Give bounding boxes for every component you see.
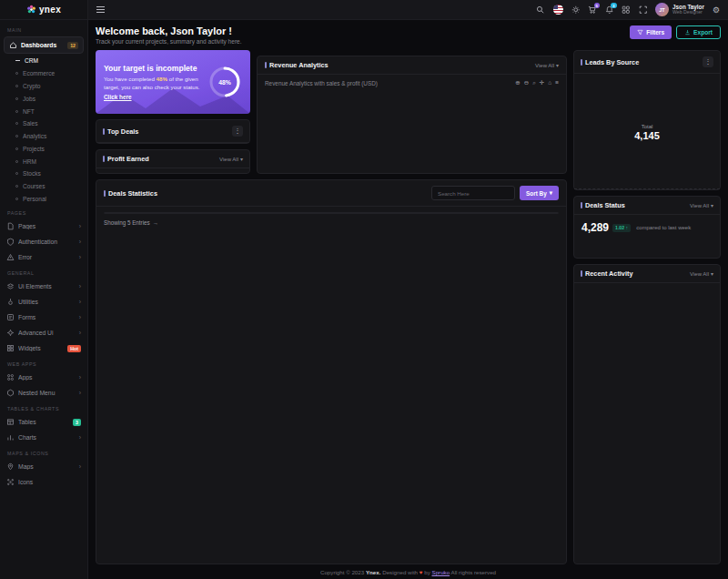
topbar: 5 3 JT Json TaylorWeb Designer ⚙ — [88, 0, 728, 20]
user-avatar: JT — [655, 3, 669, 16]
chart-icon — [6, 433, 15, 442]
zoom-out-icon[interactable]: ⊖ — [524, 79, 529, 86]
sidebar-item-error[interactable]: Error› — [0, 249, 87, 265]
revenue-subtitle: Revenue Analytics with sales & profit (U… — [265, 80, 378, 86]
deals-statistics-card: Deals Statistics Sort By▾ Showing 5 Entr… — [96, 179, 567, 564]
bullet-icon — [15, 122, 18, 125]
revenue-view-all-dropdown[interactable]: View All▾ — [535, 62, 559, 68]
deals-status-value: 4,289 — [581, 221, 609, 234]
sidebar-item-widgets[interactable]: WidgetsHot — [0, 340, 87, 356]
sidebar-item-nft[interactable]: NFT — [0, 105, 87, 117]
copyright: Copyright © 2023 Ynex. Designed with ♥ b… — [96, 564, 721, 579]
search-icon[interactable] — [536, 5, 545, 15]
fullscreen-icon[interactable] — [639, 5, 648, 15]
sidebar-item-maps[interactable]: Maps› — [0, 459, 87, 474]
notifications-badge: 3 — [611, 3, 617, 9]
filter-icon — [637, 29, 643, 36]
apps-grid-icon[interactable] — [622, 5, 631, 15]
selection-zoom-icon[interactable]: ⌕ — [532, 79, 536, 86]
accent-bar — [104, 190, 106, 197]
user-menu[interactable]: JT Json TaylorWeb Designer — [655, 3, 704, 16]
sidebar-section-label: TABLES & CHARTS — [0, 401, 87, 414]
sidebar-item-apps[interactable]: Apps› — [0, 370, 87, 385]
sidebar-item-crypto[interactable]: Crypto — [0, 80, 87, 93]
sidebar-item-courses[interactable]: Courses — [0, 180, 87, 193]
export-button[interactable]: Export — [676, 25, 721, 39]
sidebar-item-stocks[interactable]: Stocks — [0, 168, 87, 180]
revenue-analytics-title: Revenue Analytics — [269, 61, 329, 69]
activity-list — [574, 283, 720, 564]
deals-status-title: Deals Status — [585, 201, 625, 209]
menu-toggle-icon[interactable] — [96, 6, 105, 13]
sidebar-item-nested-menu[interactable]: Nested Menu› — [0, 385, 87, 401]
target-title: Your target is incomplete — [104, 64, 202, 73]
profit-view-all-dropdown[interactable]: View All▾ — [219, 156, 243, 162]
sidebar-item-personal[interactable]: Personal — [0, 193, 87, 206]
more-options-icon[interactable]: ⋮ — [703, 56, 713, 67]
reset-home-icon[interactable]: ⌂ — [548, 79, 551, 86]
sidebar-item-hrm[interactable]: HRM — [0, 155, 87, 168]
sidebar-item-charts[interactable]: Charts› — [0, 430, 87, 445]
chevron-down-icon: ▾ — [240, 156, 243, 162]
theme-toggle-icon[interactable] — [571, 5, 581, 15]
sidebar-item-dashboards[interactable]: Dashboards12 — [4, 36, 84, 54]
table-search-input[interactable] — [431, 186, 515, 200]
sidebar-section-label: WEB APPS — [0, 356, 87, 370]
sidebar-item-crm[interactable]: CRM — [0, 55, 87, 67]
warning-icon — [6, 253, 15, 261]
chevron-right-icon: › — [79, 299, 81, 305]
chevron-right-icon: › — [79, 223, 81, 229]
chevron-right-icon: › — [79, 254, 81, 260]
footer-source-link[interactable]: Spruko — [432, 569, 450, 575]
target-progress-ring: 48% — [207, 65, 242, 99]
settings-gear-icon[interactable]: ⚙ — [713, 5, 720, 15]
deals-status-card: Deals Status View All▾ 4,289 1.02 ↑ comp… — [573, 196, 721, 259]
sidebar-item-authentication[interactable]: Authentication› — [0, 234, 87, 249]
sidebar-item-jobs[interactable]: Jobs — [0, 92, 87, 105]
sidebar-item-ecommerce[interactable]: Ecommerce — [0, 67, 87, 80]
pan-icon[interactable]: ✛ — [540, 79, 544, 86]
zoom-in-icon[interactable]: ⊕ — [515, 79, 520, 86]
sidebar-item-projects[interactable]: Projects — [0, 142, 87, 155]
more-options-icon[interactable]: ⋮ — [232, 126, 243, 137]
sidebar-item-advanced-ui[interactable]: Advanced Ui› — [0, 325, 87, 340]
cart-icon[interactable]: 5 — [588, 5, 597, 15]
sidebar-item-icons[interactable]: Icons — [0, 474, 87, 490]
donut-total-value: 4,145 — [634, 130, 660, 141]
profit-earned-title: Profit Earned — [107, 155, 149, 163]
click-here-link[interactable]: Click here — [104, 94, 132, 100]
brand-logo-icon — [26, 5, 36, 15]
bullet-icon — [15, 147, 18, 150]
sidebar-item-tables[interactable]: Tables3 — [0, 414, 87, 430]
sidebar-item-forms[interactable]: Forms› — [0, 310, 87, 325]
nested-icon — [6, 389, 15, 397]
filters-button[interactable]: Filters — [630, 25, 672, 39]
table-icon — [6, 418, 15, 426]
sidebar-item-sales[interactable]: Sales — [0, 117, 87, 130]
target-percent: 48% — [157, 76, 167, 82]
deals-status-view-all-dropdown[interactable]: View All▾ — [690, 202, 713, 208]
map-icon — [6, 462, 15, 471]
user-role: Web Designer — [672, 10, 704, 15]
deals-statistics-title: Deals Statistics — [108, 189, 157, 198]
sidebar-item-pages[interactable]: Pages› — [0, 218, 87, 234]
sidebar-item-ui-elements[interactable]: Ui Elements› — [0, 279, 87, 294]
adv-icon — [6, 329, 15, 337]
sidebar-item-analytics[interactable]: Analytics — [0, 130, 87, 143]
chevron-right-icon: › — [79, 434, 81, 441]
download-icon — [684, 29, 691, 36]
arrow-right-icon: → — [153, 219, 158, 226]
tools-icon — [6, 298, 15, 306]
activity-view-all-dropdown[interactable]: View All▾ — [690, 270, 713, 277]
deals-status-note: compared to last week — [636, 225, 691, 230]
notifications-icon[interactable]: 3 — [605, 5, 614, 15]
sidebar-item-utilities[interactable]: Utilities› — [0, 294, 87, 310]
profit-earned-chart — [96, 168, 249, 173]
language-flag[interactable] — [553, 5, 563, 15]
brand-logo[interactable]: ynex — [0, 0, 87, 20]
bullet-icon — [15, 172, 18, 175]
sidebar-nav: MAINDashboards12CRMEcommerceCryptoJobsNF… — [0, 20, 87, 579]
chart-menu-icon[interactable]: ≡ — [555, 79, 559, 86]
target-ring-label: 48% — [207, 65, 242, 99]
sort-by-button[interactable]: Sort By▾ — [520, 186, 559, 200]
